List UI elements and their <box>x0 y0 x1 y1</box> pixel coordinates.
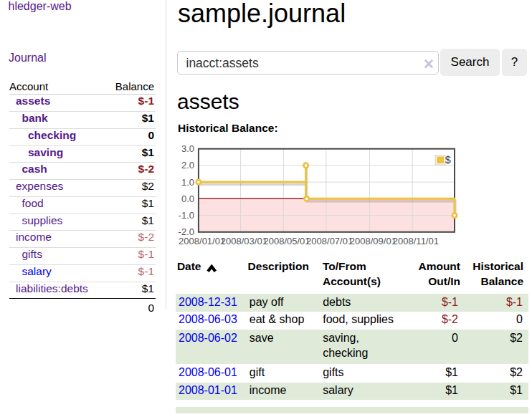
svg-text:$: $ <box>445 154 451 166</box>
